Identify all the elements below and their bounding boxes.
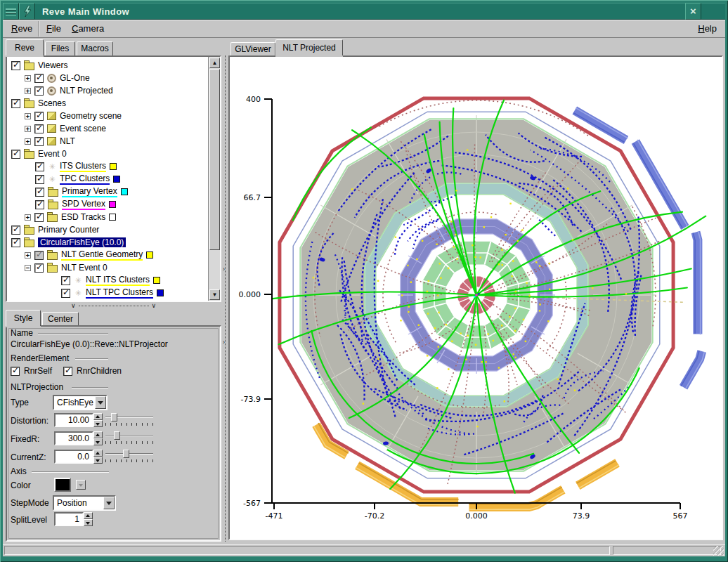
tree-item-label[interactable]: Viewers <box>38 60 67 70</box>
tree-expander[interactable]: + <box>25 138 31 145</box>
title-bar[interactable]: Reve Main Window × <box>3 3 725 20</box>
combo-arrow-icon[interactable] <box>95 396 106 409</box>
tree-item[interactable]: ✳NLT ITS Clusters <box>7 274 208 287</box>
tree-checkbox[interactable] <box>34 124 44 133</box>
tree-item[interactable]: Primary Counter <box>7 223 208 236</box>
tree-expander[interactable]: + <box>25 214 31 221</box>
combo-arrow-icon[interactable] <box>103 497 115 509</box>
tree-item-label[interactable]: Event scene <box>60 124 106 133</box>
tree-item[interactable]: Event 0 <box>7 148 208 160</box>
tree-item-label[interactable]: NLT Gentle Geometry <box>61 249 143 261</box>
event-display[interactable]: 40066.70.000-73.9-567-471-70.20.00073.95… <box>230 57 722 539</box>
tree-checkbox[interactable] <box>35 200 44 209</box>
tree-item-label[interactable]: TPC Clusters <box>60 174 110 185</box>
tree-item[interactable]: +NLT Projected <box>7 84 208 97</box>
tree-checkbox[interactable] <box>11 99 20 108</box>
rnrchildren-checkbox[interactable] <box>63 367 72 376</box>
tree-expander[interactable]: + <box>25 113 31 119</box>
tree-item[interactable]: +GL-One <box>7 72 208 84</box>
fixedr-spinner[interactable] <box>93 431 103 445</box>
tree-checkbox[interactable] <box>35 188 44 197</box>
menu-help[interactable]: Help <box>695 20 720 38</box>
tree-item[interactable]: Viewers <box>7 59 208 72</box>
tree-scrollbar[interactable]: ▲ ▼ <box>208 57 220 301</box>
tree-expander[interactable]: + <box>25 75 31 81</box>
fixedr-slider[interactable] <box>105 431 153 443</box>
tree-item[interactable]: ✳TPC Clusters <box>7 173 208 185</box>
tree-expander[interactable]: + <box>25 252 31 259</box>
tab-glviewer[interactable]: GLViewer <box>230 42 275 55</box>
tree-item[interactable]: CircularFishEye (10.0) <box>7 236 208 249</box>
distortion-input[interactable]: 10.00 <box>54 413 93 427</box>
tree-item[interactable]: +NLT Gentle Geometry <box>7 249 208 261</box>
splitlevel-spinner[interactable] <box>84 512 93 526</box>
scroll-up-icon[interactable]: ▲ <box>209 58 220 68</box>
tab-reve[interactable]: Reve <box>6 39 44 55</box>
rnrself-checkbox[interactable] <box>11 367 20 376</box>
currentz-input[interactable]: 0.0 <box>54 450 93 464</box>
tree-expander[interactable]: − <box>25 265 31 271</box>
tree-item-label[interactable]: NLT Event 0 <box>61 263 108 273</box>
tree-checkbox[interactable] <box>34 112 44 121</box>
stepmode-combobox[interactable]: Position <box>53 495 116 511</box>
tree-checkbox[interactable] <box>35 162 44 171</box>
tree-checkbox[interactable] <box>34 263 44 273</box>
menu-file[interactable]: File <box>44 20 64 38</box>
tree-checkbox[interactable] <box>34 74 44 83</box>
tree-item[interactable]: −NLT Event 0 <box>7 261 208 274</box>
tree-checkbox[interactable] <box>35 175 44 184</box>
tree-checkbox[interactable] <box>11 61 20 70</box>
splitlevel-input[interactable]: 1 <box>54 512 84 526</box>
scrollbar-thumb[interactable] <box>209 69 220 250</box>
tree-item-label[interactable]: SPD Vertex <box>62 199 105 210</box>
resize-grip[interactable] <box>713 546 724 556</box>
tree-item[interactable]: +NLT <box>7 135 208 148</box>
tree-item[interactable]: SPD Vertex <box>7 198 208 211</box>
tree-checkbox[interactable] <box>61 289 70 298</box>
window-menu-button[interactable] <box>3 3 19 20</box>
tree-expander[interactable]: + <box>25 126 31 132</box>
tree-checkbox[interactable] <box>34 86 44 96</box>
tree-checkbox[interactable] <box>11 238 20 247</box>
tree-item-label[interactable]: ITS Clusters <box>60 161 106 172</box>
tab-style[interactable]: Style <box>6 310 41 326</box>
tree-item-label[interactable]: NLT Projected <box>60 86 113 96</box>
type-combobox[interactable]: CFishEye <box>53 395 108 410</box>
tree-item[interactable]: +ESD Tracks <box>7 211 208 223</box>
tree-checkbox[interactable] <box>61 276 70 285</box>
app-icon-button[interactable] <box>19 3 35 20</box>
tree-item[interactable]: ✳NLT TPC Clusters <box>7 287 208 299</box>
tab-files[interactable]: Files <box>45 41 75 55</box>
currentz-spinner[interactable] <box>93 450 103 464</box>
scroll-down-icon[interactable]: ▼ <box>209 289 220 300</box>
vertical-splitter[interactable]: › › <box>223 55 228 542</box>
tree-item-label[interactable]: Primary Counter <box>38 225 99 235</box>
tree-item[interactable]: +Event scene <box>7 122 208 135</box>
fixedr-input[interactable]: 300.0 <box>54 431 93 445</box>
distortion-slider[interactable] <box>105 412 153 425</box>
tree-checkbox[interactable] <box>34 137 44 146</box>
tree-checkbox[interactable] <box>11 226 20 235</box>
color-dropdown-icon[interactable] <box>76 480 86 490</box>
tree-item[interactable]: Primary Vertex <box>7 185 208 198</box>
close-button[interactable]: × <box>685 3 701 20</box>
tree-checkbox[interactable] <box>34 213 44 222</box>
tree-checkbox[interactable] <box>11 150 20 159</box>
tab-center[interactable]: Center <box>42 312 79 326</box>
tree-item-label[interactable]: ESD Tracks <box>61 212 105 222</box>
tree-item-label[interactable]: CircularFishEye (10.0) <box>38 237 126 247</box>
tree-checkbox[interactable] <box>34 251 44 260</box>
tree-item-label[interactable]: GL-One <box>60 73 90 83</box>
tree-item[interactable]: Scenes <box>7 97 208 110</box>
tab-nlt-projected[interactable]: NLT Projected <box>275 39 343 55</box>
tree-item[interactable]: +Geometry scene <box>7 110 208 122</box>
menu-reve[interactable]: Reve <box>8 20 35 38</box>
currentz-slider[interactable] <box>105 449 153 462</box>
tree-item-label[interactable]: Event 0 <box>38 149 67 159</box>
tree-item-label[interactable]: NLT TPC Clusters <box>86 287 153 299</box>
menu-camera[interactable]: Camera <box>69 20 107 38</box>
tab-macros[interactable]: Macros <box>77 41 113 55</box>
tree-item-label[interactable]: NLT ITS Clusters <box>86 275 150 286</box>
distortion-spinner[interactable] <box>93 413 103 427</box>
horizontal-splitter[interactable]: ∨ ∨ <box>6 302 221 310</box>
